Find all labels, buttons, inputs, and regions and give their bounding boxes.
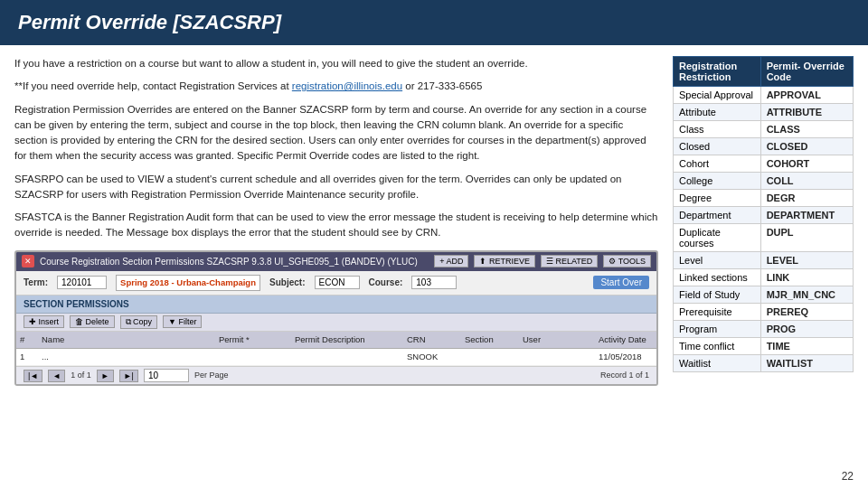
sfastca-paragraph: SFASTCA is the Banner Registration Audit… bbox=[14, 210, 658, 241]
screenshot-fields-bar: Term: Spring 2018 - Urbana-Champaign Sub… bbox=[16, 271, 656, 296]
restriction-cell: Cohort bbox=[674, 155, 761, 173]
restriction-cell: Closed bbox=[674, 138, 761, 155]
code-cell: DEPARTMENT bbox=[760, 207, 853, 224]
screenshot-close-button[interactable]: ✕ bbox=[22, 255, 34, 267]
table-header-row: # Name Permit * Permit Description CRN S… bbox=[16, 332, 656, 349]
next-page-button[interactable]: ► bbox=[97, 370, 114, 382]
content-area: If you have a restriction on a course bu… bbox=[0, 56, 868, 386]
restriction-cell: Field of Study bbox=[674, 286, 761, 304]
code-cell: CLASS bbox=[760, 121, 853, 138]
start-over-button[interactable]: Start Over bbox=[593, 276, 649, 289]
restriction-cell: Prerequisite bbox=[674, 304, 761, 321]
col-header-code: Permit- Override Code bbox=[760, 57, 853, 87]
term-desc-field: Spring 2018 - Urbana-Champaign bbox=[116, 275, 260, 291]
restriction-cell: Linked sections bbox=[674, 269, 761, 286]
copy-button[interactable]: ⧉ Copy bbox=[120, 315, 158, 329]
last-page-button[interactable]: ►| bbox=[119, 370, 138, 382]
term-input[interactable] bbox=[57, 276, 107, 289]
tools-button[interactable]: ⚙ TOOLS bbox=[603, 255, 651, 267]
related-button[interactable]: ☰ RELATED bbox=[541, 255, 598, 267]
table-toolbar: ✚ Insert 🗑 Delete ⧉ Copy ▼ Filter bbox=[16, 314, 656, 332]
restriction-cell: Level bbox=[674, 252, 761, 269]
course-label: Course: bbox=[369, 276, 403, 289]
col-name: Name bbox=[42, 333, 215, 346]
table-footer: |◄ ◄ 1 of 1 ► ►| Per Page Record 1 of 1 bbox=[16, 366, 656, 384]
col-permit: Permit * bbox=[219, 333, 291, 346]
code-cell: DEGR bbox=[760, 190, 853, 207]
restriction-cell: Special Approval bbox=[674, 87, 761, 104]
code-cell: PROG bbox=[760, 321, 853, 338]
col-section: Section bbox=[465, 333, 519, 346]
col-activity-date: Activity Date bbox=[599, 333, 653, 346]
page-info: 1 of 1 bbox=[71, 370, 91, 382]
code-cell: LEVEL bbox=[760, 252, 853, 269]
restriction-cell: Duplicate courses bbox=[674, 224, 761, 252]
code-cell: MJR_MN_CNC bbox=[760, 286, 853, 304]
row-activity-date: 11/05/2018 bbox=[599, 351, 653, 363]
row-section bbox=[465, 351, 519, 363]
intro-paragraph: If you have a restriction on a course bu… bbox=[14, 56, 658, 71]
sfasrpo-paragraph: SFASRPO can be used to VIEW a student's … bbox=[14, 172, 658, 203]
email-link[interactable]: registration@illinois.edu bbox=[292, 80, 402, 91]
subject-label: Subject: bbox=[269, 276, 305, 289]
subject-input[interactable] bbox=[315, 276, 360, 289]
code-cell: WAITLIST bbox=[760, 355, 853, 372]
filter-button[interactable]: ▼ Filter bbox=[163, 315, 202, 328]
main-content: If you have a restriction on a course bu… bbox=[14, 56, 658, 386]
col-crn: CRN bbox=[407, 333, 461, 346]
col-num: # bbox=[20, 333, 38, 346]
restriction-cell: Degree bbox=[674, 190, 761, 207]
delete-button[interactable]: 🗑 Delete bbox=[70, 315, 115, 328]
code-cell: COLL bbox=[760, 173, 853, 190]
restriction-cell: Waitlist bbox=[674, 355, 761, 372]
code-cell: APPROVAL bbox=[760, 87, 853, 104]
row-permit bbox=[219, 351, 291, 363]
first-page-button[interactable]: |◄ bbox=[24, 370, 42, 382]
row-num: 1 bbox=[20, 351, 38, 363]
overrides-paragraph: Registration Permission Overrides are en… bbox=[14, 102, 658, 164]
row-crn: SNOOK bbox=[407, 351, 461, 363]
restriction-cell: Program bbox=[674, 321, 761, 338]
add-button[interactable]: + ADD bbox=[434, 255, 468, 267]
section-permissions-header: SECTION PERMISSIONS bbox=[16, 296, 656, 314]
col-header-restriction: Registration Restriction bbox=[674, 57, 761, 87]
term-label: Term: bbox=[24, 276, 48, 289]
page-header: Permit Override [SZACSRP] bbox=[0, 0, 868, 45]
retrieve-button[interactable]: ⬆ RETRIEVE bbox=[474, 255, 535, 267]
course-input[interactable] bbox=[411, 276, 457, 289]
code-cell: TIME bbox=[760, 338, 853, 355]
contact-suffix: or 217-333-6565 bbox=[402, 80, 482, 91]
contact-prefix: **If you need override help, contact Reg… bbox=[14, 80, 292, 91]
restriction-cell: Attribute bbox=[674, 104, 761, 121]
sidebar-table-container: Registration Restriction Permit- Overrid… bbox=[673, 56, 854, 386]
row-user bbox=[523, 351, 595, 363]
page-number: 22 bbox=[842, 470, 854, 483]
screenshot-title-text: Course Registration Section Permissions … bbox=[40, 255, 429, 268]
screenshot-titlebar: ✕ Course Registration Section Permission… bbox=[16, 252, 656, 271]
code-cell: PREREQ bbox=[760, 304, 853, 321]
restriction-cell: Time conflict bbox=[674, 338, 761, 355]
col-description: Permit Description bbox=[295, 333, 403, 346]
per-page-input[interactable] bbox=[144, 369, 189, 382]
restriction-cell: Class bbox=[674, 121, 761, 138]
restriction-cell: Department bbox=[674, 207, 761, 224]
per-page-label: Per Page bbox=[194, 370, 229, 382]
table-row: 1 ... SNOOK 11/05/2018 bbox=[16, 349, 656, 366]
code-cell: DUPL bbox=[760, 224, 853, 252]
prev-page-button[interactable]: ◄ bbox=[48, 370, 65, 382]
code-cell: LINK bbox=[760, 269, 853, 286]
permit-override-table: Registration Restriction Permit- Overrid… bbox=[673, 56, 854, 372]
code-cell: ATTRIBUTE bbox=[760, 104, 853, 121]
record-info: Record 1 of 1 bbox=[600, 370, 649, 382]
col-user: User bbox=[523, 333, 595, 346]
screenshot-mockup: ✕ Course Registration Section Permission… bbox=[14, 250, 658, 387]
row-description bbox=[295, 351, 403, 363]
restriction-cell: College bbox=[674, 173, 761, 190]
code-cell: CLOSED bbox=[760, 138, 853, 155]
page-title: Permit Override [SZACSRP] bbox=[18, 11, 850, 34]
code-cell: COHORT bbox=[760, 155, 853, 173]
contact-paragraph: **If you need override help, contact Reg… bbox=[14, 79, 658, 94]
insert-button[interactable]: ✚ Insert bbox=[24, 315, 64, 328]
row-name: ... bbox=[42, 351, 215, 363]
